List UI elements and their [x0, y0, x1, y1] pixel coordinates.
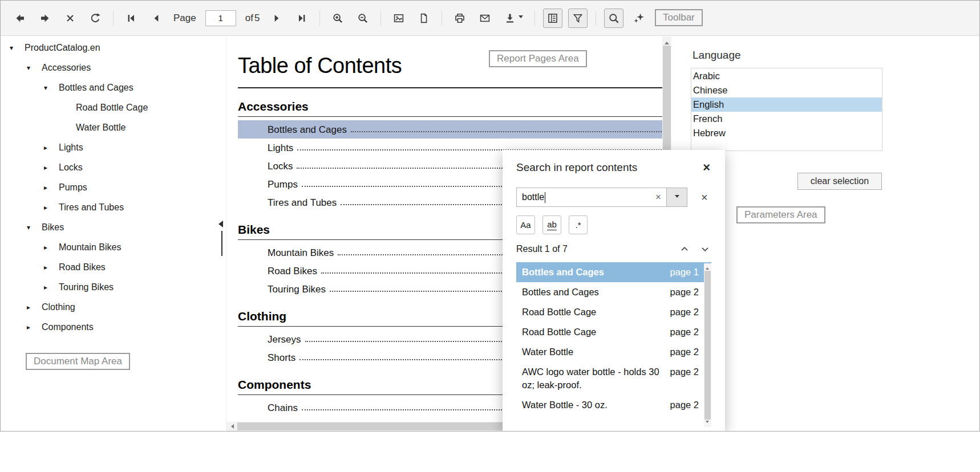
page-number-input[interactable]: [205, 10, 236, 26]
use-regex-button[interactable]: .*: [569, 215, 588, 234]
match-whole-word-button[interactable]: ab: [542, 215, 561, 234]
page-label: Page: [173, 13, 196, 24]
tree-item-tires-and-tubes[interactable]: ▸Tires and Tubes: [1, 197, 222, 217]
toolbar: Page of 5: [1, 1, 979, 36]
print-button[interactable]: [450, 9, 469, 28]
results-scrollbar[interactable]: [704, 263, 711, 427]
collapse-arrow-icon[interactable]: ▾: [27, 64, 42, 72]
search-result-row[interactable]: Road Bottle Cagepage 2: [516, 322, 711, 342]
send-email-button[interactable]: [475, 9, 495, 28]
scroll-up-arrow-icon[interactable]: [706, 266, 709, 270]
expand-arrow-icon[interactable]: ▸: [27, 303, 42, 311]
chevron-up-icon: [679, 244, 690, 254]
language-option-hebrew[interactable]: Hebrew: [691, 126, 882, 140]
zoom-out-button[interactable]: [353, 9, 372, 28]
splitter-handle[interactable]: [221, 231, 222, 256]
clear-selection-button[interactable]: clear selection: [797, 173, 882, 190]
tree-item-touring-bikes[interactable]: ▸Touring Bikes: [1, 277, 222, 297]
document-map-tree: ▾ProductCatalog.en▾Accessories▾Bottles a…: [1, 36, 222, 337]
tree-item-road-bottle-cage[interactable]: Road Bottle Cage: [1, 97, 222, 117]
tree-item-clothing[interactable]: ▸Clothing: [1, 297, 222, 317]
toggle-print-preview-button[interactable]: [389, 9, 408, 28]
export-download-button[interactable]: [500, 9, 527, 28]
tree-item-road-bikes[interactable]: ▸Road Bikes: [1, 257, 222, 277]
tree-item-components[interactable]: ▸Components: [1, 317, 222, 337]
search-result-row[interactable]: Water Bottle - 30 oz.page 2: [516, 395, 711, 415]
match-whole-word-label: ab: [547, 219, 557, 230]
text-caret: [545, 192, 545, 203]
ai-assistant-button[interactable]: [629, 9, 649, 28]
tree-item-label: Touring Bikes: [59, 282, 114, 292]
search-history-dropdown-button[interactable]: [666, 188, 687, 206]
document-map-panel: ▾ProductCatalog.en▾Accessories▾Bottles a…: [1, 36, 222, 431]
tree-item-bikes[interactable]: ▾Bikes: [1, 217, 222, 237]
tree-item-pumps[interactable]: ▸Pumps: [1, 177, 222, 197]
search-dialog: Search in report contents × bottle × × A…: [503, 150, 725, 432]
language-listbox[interactable]: ArabicChineseEnglishFrenchHebrew: [691, 68, 882, 151]
document-map-icon: [547, 13, 558, 24]
scroll-down-arrow-icon[interactable]: [706, 421, 709, 425]
collapse-arrow-icon[interactable]: ▾: [44, 84, 59, 92]
first-page-button[interactable]: [122, 9, 141, 28]
next-page-icon: [271, 13, 282, 24]
nav-back-button[interactable]: [10, 9, 30, 28]
expand-arrow-icon[interactable]: ▸: [44, 283, 59, 291]
search-result-row[interactable]: Water Bottlepage 2: [516, 342, 711, 362]
tree-item-label: Accessories: [42, 63, 91, 73]
scroll-up-arrow-icon[interactable]: [665, 39, 669, 44]
tree-item-accessories[interactable]: ▾Accessories: [1, 58, 222, 78]
stop-search-icon[interactable]: ×: [701, 191, 708, 204]
tree-item-bottles-and-cages[interactable]: ▾Bottles and Cages: [1, 78, 222, 97]
previous-result-button[interactable]: [679, 244, 690, 254]
toggle-parameters-button[interactable]: [568, 9, 588, 28]
tree-item-label: Pumps: [59, 182, 87, 193]
last-page-button[interactable]: [292, 9, 311, 28]
tree-item-mountain-bikes[interactable]: ▸Mountain Bikes: [1, 237, 222, 257]
zoom-in-button[interactable]: [328, 9, 347, 28]
splitter-collapse-arrow-icon[interactable]: [218, 221, 223, 227]
results-scroll-thumb[interactable]: [704, 271, 711, 420]
collapse-arrow-icon[interactable]: ▾: [27, 223, 42, 231]
toc-entry-bottles-and-cages[interactable]: Bottles and Cages: [238, 120, 662, 139]
tree-item-water-bottle[interactable]: Water Bottle: [1, 117, 222, 137]
tree-item-locks[interactable]: ▸Locks: [1, 157, 222, 177]
tree-item-productcatalog-en[interactable]: ▾ProductCatalog.en: [1, 38, 222, 58]
tree-item-label: Clothing: [42, 302, 75, 312]
result-page-label: page 2: [670, 286, 699, 299]
expand-arrow-icon[interactable]: ▸: [44, 164, 59, 172]
cancel-button[interactable]: [60, 9, 80, 28]
tree-item-lights[interactable]: ▸Lights: [1, 137, 222, 157]
language-option-chinese[interactable]: Chinese: [691, 83, 882, 97]
expand-arrow-icon[interactable]: ▸: [44, 263, 59, 271]
search-result-row[interactable]: Bottles and Cagespage 2: [516, 282, 711, 302]
previous-page-button[interactable]: [147, 9, 166, 28]
scroll-left-arrow-icon[interactable]: [229, 424, 234, 429]
search-result-row[interactable]: Road Bottle Cagepage 2: [516, 302, 711, 322]
search-button[interactable]: [604, 9, 623, 28]
expand-arrow-icon[interactable]: ▸: [44, 243, 59, 251]
language-option-arabic[interactable]: Arabic: [691, 69, 882, 83]
page-mode-button[interactable]: [414, 9, 434, 28]
report-title: Table of Contents: [238, 54, 402, 78]
expand-arrow-icon[interactable]: ▸: [44, 184, 59, 192]
language-option-english[interactable]: English: [691, 97, 882, 112]
expand-arrow-icon[interactable]: ▸: [44, 204, 59, 211]
toggle-document-map-button[interactable]: [543, 9, 562, 28]
collapse-arrow-icon[interactable]: ▾: [10, 44, 25, 52]
clear-input-icon[interactable]: ×: [650, 188, 666, 206]
toc-entry-label: Locks: [268, 161, 293, 175]
refresh-button[interactable]: [86, 9, 105, 28]
expand-arrow-icon[interactable]: ▸: [44, 144, 59, 152]
language-option-french[interactable]: French: [691, 112, 882, 126]
search-result-row[interactable]: AWC logo water bottle - holds 30 oz; lea…: [516, 362, 711, 395]
expand-arrow-icon[interactable]: ▸: [27, 323, 42, 331]
search-input[interactable]: bottle ×: [516, 188, 687, 207]
match-case-button[interactable]: Aa: [516, 215, 535, 234]
search-result-row[interactable]: Bottles and Cagespage 1: [516, 262, 711, 282]
horizontal-scroll-thumb[interactable]: [237, 422, 534, 430]
next-page-button[interactable]: [267, 9, 286, 28]
sparkles-icon: [633, 13, 645, 24]
close-icon[interactable]: ×: [703, 162, 710, 173]
next-result-button[interactable]: [700, 244, 710, 254]
nav-forward-button[interactable]: [35, 9, 55, 28]
